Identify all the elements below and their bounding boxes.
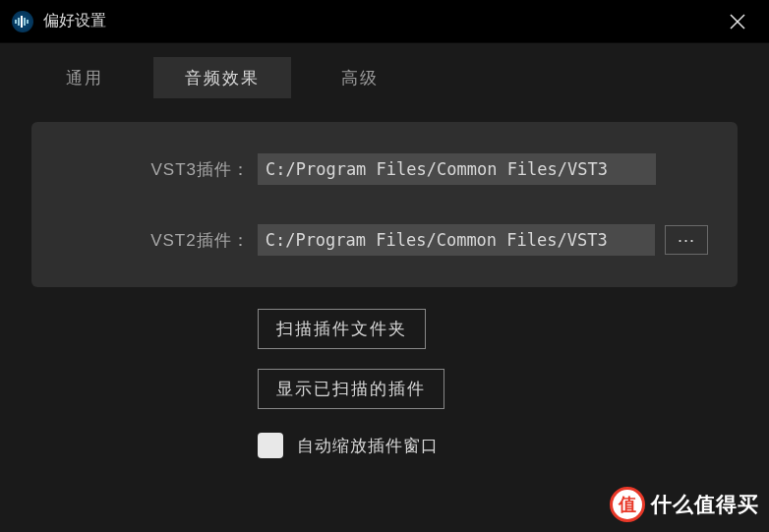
vst2-row: VST2插件： ··· <box>61 224 708 256</box>
settings-panel: VST3插件： VST2插件： ··· <box>31 122 738 287</box>
tab-general[interactable]: 通用 <box>16 57 153 98</box>
auto-scale-checkbox[interactable] <box>258 433 283 458</box>
browse-button[interactable]: ··· <box>665 225 708 255</box>
watermark-text: 什么值得买 <box>651 491 759 518</box>
content-area: 通用 音频效果 高级 VST3插件： VST2插件： ··· 扫描插件文件夹 显… <box>0 43 769 532</box>
actions: 扫描插件文件夹 显示已扫描的插件 自动缩放插件窗口 <box>0 309 769 458</box>
vst2-label: VST2插件： <box>61 229 258 252</box>
close-button[interactable] <box>718 2 757 41</box>
auto-scale-row: 自动缩放插件窗口 <box>258 433 439 458</box>
svg-rect-3 <box>24 18 26 26</box>
vst3-row: VST3插件： <box>61 153 708 185</box>
svg-rect-4 <box>27 20 29 24</box>
titlebar: 偏好设置 <box>0 0 769 43</box>
window-title: 偏好设置 <box>43 11 718 31</box>
vst2-path-input[interactable] <box>258 224 655 256</box>
app-icon <box>12 11 33 32</box>
auto-scale-label: 自动缩放插件窗口 <box>297 435 439 457</box>
svg-rect-0 <box>15 20 17 24</box>
scan-plugins-button[interactable]: 扫描插件文件夹 <box>258 309 426 349</box>
tab-audio-effects[interactable]: 音频效果 <box>153 57 291 98</box>
svg-rect-1 <box>18 18 20 26</box>
svg-rect-2 <box>21 16 23 28</box>
watermark-badge: 值 <box>610 487 645 522</box>
tab-advanced[interactable]: 高级 <box>291 57 429 98</box>
close-icon <box>730 14 745 30</box>
vst3-label: VST3插件： <box>61 158 258 181</box>
vst3-path-input[interactable] <box>258 153 656 185</box>
tabs: 通用 音频效果 高级 <box>16 57 769 98</box>
watermark: 值 什么值得买 <box>610 487 759 522</box>
show-scanned-button[interactable]: 显示已扫描的插件 <box>258 369 444 409</box>
